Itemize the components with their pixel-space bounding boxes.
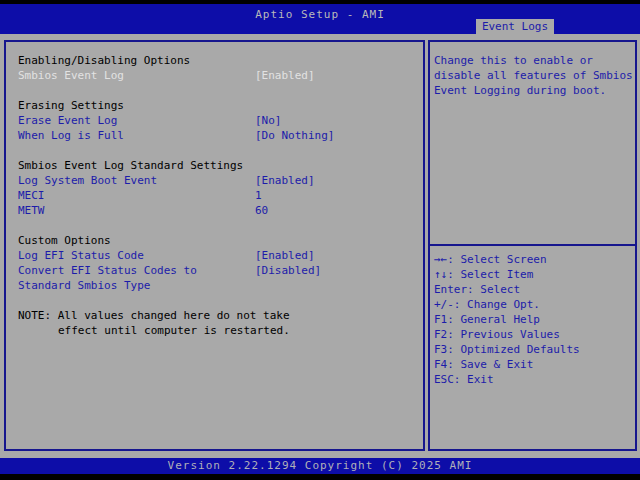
option-value: [Enabled] [255, 248, 315, 263]
hotkey-select-screen: →←: Select Screen [434, 252, 632, 267]
section-enabling-disabling: Enabling/Disabling Options [6, 53, 423, 68]
hotkey-f1-general-help: F1: General Help [434, 312, 632, 327]
section-smbios-standard-settings: Smbios Event Log Standard Settings [6, 158, 423, 173]
option-value: 1 [255, 188, 262, 203]
bios-setup-screen: Aptio Setup - AMI Event Logs Enabling/Di… [0, 0, 640, 480]
hotkey-f4-save-exit: F4: Save & Exit [434, 357, 632, 372]
hotkey-esc-exit: ESC: Exit [434, 372, 632, 387]
note-line-1: NOTE: All values changed here do not tak… [6, 308, 423, 323]
version-text: Version 2.22.1294 Copyright (C) 2025 AMI [168, 459, 473, 472]
option-value: [Do Nothing] [255, 128, 334, 143]
hotkey-select-item: ↑↓: Select Item [434, 267, 632, 282]
hotkey-f3-optimized-defaults: F3: Optimized Defaults [434, 342, 632, 357]
option-convert-efi-status-codes[interactable]: Convert EFI Status Codes to[Disabled] [6, 263, 423, 278]
option-convert-efi-status-codes-continued[interactable]: Standard Smbios Type [6, 278, 423, 293]
option-value: [Enabled] [255, 173, 315, 188]
hotkey-f2-previous-values: F2: Previous Values [434, 327, 632, 342]
hotkey-enter-select: Enter: Select [434, 282, 632, 297]
option-metw[interactable]: METW60 [6, 203, 423, 218]
tab-event-logs[interactable]: Event Logs [476, 19, 554, 34]
option-value: 60 [255, 203, 268, 218]
option-when-log-is-full[interactable]: When Log is Full[Do Nothing] [6, 128, 423, 143]
spacer-row [6, 83, 423, 98]
option-smbios-event-log[interactable]: Smbios Event Log[Enabled] [6, 68, 423, 83]
help-line: Change this to enable or [434, 53, 632, 68]
option-erase-event-log[interactable]: Erase Event Log[No] [6, 113, 423, 128]
bottom-black-bar [0, 474, 640, 480]
options-panel: Enabling/Disabling Options Smbios Event … [4, 40, 425, 451]
help-line: disable all features of Smbios [434, 68, 632, 83]
option-value: [No] [255, 113, 282, 128]
spacer-row [6, 293, 423, 308]
spacer-row [6, 218, 423, 233]
option-meci[interactable]: MECI1 [6, 188, 423, 203]
main-area: Enabling/Disabling Options Smbios Event … [0, 34, 640, 458]
section-custom-options: Custom Options [6, 233, 423, 248]
hotkey-legend: →←: Select Screen ↑↓: Select Item Enter:… [434, 252, 632, 387]
option-value: [Disabled] [255, 263, 321, 278]
help-panel: Change this to enable or disable all fea… [428, 40, 637, 451]
help-line: Event Logging during boot. [434, 83, 632, 98]
help-separator [430, 244, 635, 246]
options-list: Enabling/Disabling Options Smbios Event … [6, 53, 423, 338]
option-value: [Enabled] [255, 68, 315, 83]
hotkey-change-opt: +/-: Change Opt. [434, 297, 632, 312]
title-bar: Aptio Setup - AMI Event Logs [0, 4, 640, 34]
option-log-system-boot-event[interactable]: Log System Boot Event[Enabled] [6, 173, 423, 188]
note-line-2: effect until computer is restarted. [6, 323, 423, 338]
footer-bar: Version 2.22.1294 Copyright (C) 2025 AMI [0, 458, 640, 474]
item-help-text: Change this to enable or disable all fea… [434, 53, 632, 98]
section-erasing-settings: Erasing Settings [6, 98, 423, 113]
spacer-row [6, 143, 423, 158]
option-log-efi-status-code[interactable]: Log EFI Status Code[Enabled] [6, 248, 423, 263]
